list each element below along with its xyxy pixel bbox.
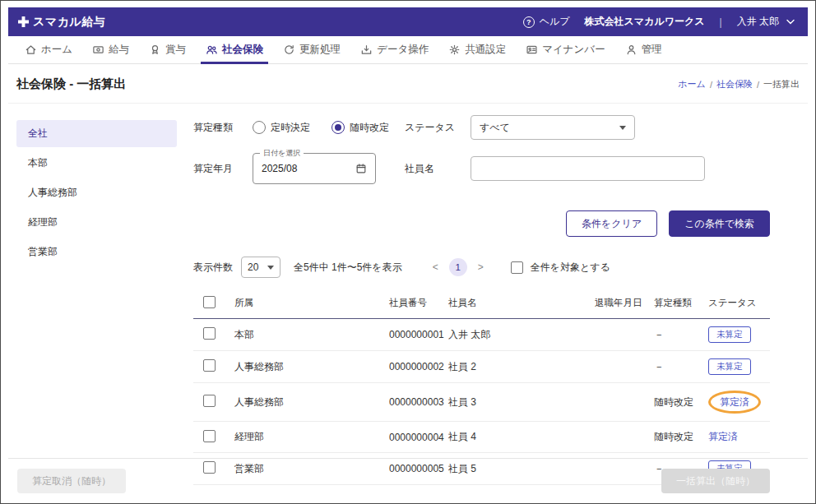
radio-label: 随時改定	[350, 121, 389, 135]
app-logo: スマカル給与	[18, 15, 105, 30]
sidebar-item-headquarters[interactable]: 本部	[16, 150, 177, 177]
row-checkbox[interactable]	[203, 327, 216, 340]
column-header-name: 社員名	[445, 288, 591, 319]
prev-page-button[interactable]: <	[430, 261, 441, 273]
nav-label: マイナンバー	[542, 43, 605, 57]
nav-item-common-settings[interactable]: 共通設定	[438, 36, 516, 63]
status-select[interactable]: すべて	[471, 115, 635, 140]
breadcrumb-social-insurance[interactable]: 社会保険	[716, 78, 753, 90]
highlighted-status-cell: 算定済	[708, 391, 761, 414]
page-title: 社会保険 - 一括算出	[16, 76, 126, 92]
select-all-target-label: 全件を対象とする	[531, 261, 610, 275]
select-all-checkbox[interactable]	[203, 296, 216, 308]
row-checkbox[interactable]	[203, 359, 216, 372]
id-card-icon	[526, 44, 538, 56]
cell-employee-no: 0000000003	[386, 383, 445, 422]
sidebar-item-accounting[interactable]: 経理部	[16, 209, 177, 236]
sidebar-item-hr-general-affairs[interactable]: 人事総務部	[16, 179, 177, 206]
cell-department: 本部	[231, 319, 386, 351]
column-header-department: 所属	[231, 288, 386, 319]
datefield-float-label: 日付を選択	[260, 148, 304, 159]
nav-label: 更新処理	[299, 43, 341, 57]
sidebar-item-all-company[interactable]: 全社	[16, 120, 177, 147]
cell-calc-type: 随時改定	[651, 383, 705, 422]
result-summary: 全5件中 1件〜5件を表示	[294, 261, 402, 275]
calc-type-label: 算定種類	[193, 121, 253, 135]
batch-calculate-button[interactable]: 一括算出（随時）	[661, 469, 770, 493]
help-button[interactable]: ? ヘルプ	[523, 15, 570, 29]
nav-label: ホーム	[41, 43, 72, 57]
calc-month-datefield[interactable]: 日付を選択 2025/08	[253, 153, 376, 184]
calendar-icon[interactable]	[355, 163, 367, 174]
clear-conditions-button[interactable]: 条件をクリア	[566, 210, 657, 237]
radio-checked-icon	[332, 121, 345, 134]
search-button[interactable]: この条件で検索	[669, 210, 770, 237]
nav-item-admin[interactable]: 管理	[615, 36, 672, 63]
list-controls: 表示件数 20 全5件中 1件〜5件を表示 < 1 > 全件を対象とする	[193, 257, 770, 278]
nav-item-update-process[interactable]: 更新処理	[273, 36, 350, 63]
cell-department: 経理部	[231, 422, 386, 453]
breadcrumb-separator: /	[710, 80, 712, 90]
cell-calc-type: －	[651, 319, 705, 351]
department-sidebar: 全社 本部 人事総務部 経理部 営業部	[16, 115, 177, 458]
table-row: 本部 0000000001 入井 太郎 － 未算定	[193, 319, 770, 351]
cell-retirement-date	[591, 422, 651, 453]
status-calculated-link[interactable]: 算定済	[720, 395, 749, 409]
nav-label: 社会保険	[222, 43, 263, 57]
nav-label: 給与	[109, 43, 129, 57]
home-icon	[25, 44, 37, 56]
cancel-calculation-button[interactable]: 算定取消（随時）	[17, 469, 126, 493]
table-row: 人事総務部 0000000003 社員 3 随時改定 算定済	[193, 383, 770, 422]
pagination: < 1 >	[430, 258, 486, 276]
calc-type-radio-group: 定時決定 随時改定	[253, 121, 389, 135]
nav-item-my-number[interactable]: マイナンバー	[516, 36, 614, 63]
nav-item-payroll[interactable]: 給与	[82, 36, 139, 63]
radio-unchecked-icon	[253, 121, 266, 134]
page-size-label: 表示件数	[193, 261, 233, 275]
employee-name-input[interactable]	[471, 156, 705, 181]
nav-label: データ操作	[377, 43, 429, 57]
breadcrumb: ホーム / 社会保険 / 一括算出	[678, 78, 800, 90]
breadcrumb-home[interactable]: ホーム	[678, 78, 706, 90]
cell-calc-type: 随時改定	[651, 422, 705, 453]
status-calculated-link[interactable]: 算定済	[708, 431, 738, 442]
radio-scheduled-decision[interactable]: 定時決定	[253, 121, 310, 135]
nav-item-social-insurance[interactable]: 社会保険	[196, 36, 273, 63]
column-header-employee-no: 社員番号	[386, 288, 445, 319]
nav-item-home[interactable]: ホーム	[15, 36, 82, 63]
next-page-button[interactable]: >	[475, 261, 486, 273]
sidebar-item-sales[interactable]: 営業部	[16, 238, 177, 266]
cell-retirement-date	[591, 383, 651, 422]
help-label: ヘルプ	[540, 15, 570, 29]
data-transfer-icon	[360, 44, 373, 56]
select-all-target-checkbox[interactable]	[511, 261, 523, 274]
status-badge: 未算定	[708, 326, 751, 343]
column-header-status: ステータス	[705, 288, 770, 319]
results-table: 所属 社員番号 社員名 退職年月日 算定種類 ステータス 本部 00000000…	[193, 288, 770, 485]
select-all-target: 全件を対象とする	[511, 261, 610, 275]
cell-department: 人事総務部	[231, 383, 386, 422]
cell-retirement-date	[591, 351, 651, 383]
page-size-select[interactable]: 20	[241, 257, 280, 278]
filter-row-2: 算定年月 日付を選択 2025/08 社員名	[193, 153, 770, 184]
cell-employee-no: 0000000004	[386, 422, 445, 453]
dropdown-caret-icon	[619, 126, 626, 130]
app-window: スマカル給与 ? ヘルプ 株式会社スマカルワークス | 入井 太郎 ホーム 給与	[0, 0, 816, 504]
current-page-button[interactable]: 1	[449, 258, 467, 276]
status-badge: 未算定	[708, 358, 751, 375]
gear-icon	[448, 44, 461, 56]
footer-action-bar: 算定取消（随時） 一括算出（随時）	[8, 458, 808, 497]
cell-employee-no: 0000000002	[386, 351, 445, 383]
user-menu[interactable]: 入井 太郎	[737, 15, 795, 29]
nav-item-data-operations[interactable]: データ操作	[350, 36, 438, 63]
nav-label: 賞与	[165, 43, 186, 57]
page-size-value: 20	[248, 261, 258, 273]
nav-item-bonus[interactable]: 賞与	[139, 36, 196, 63]
radio-occasional-revision[interactable]: 随時改定	[332, 121, 389, 135]
row-checkbox[interactable]	[203, 395, 216, 407]
company-name: 株式会社スマカルワークス	[585, 15, 705, 29]
header-separator: |	[720, 16, 722, 28]
nav-label: 共通設定	[465, 43, 506, 57]
main-nav: ホーム 給与 賞与 社会保険 更新処理 データ操作 共通設定 マイナンバー	[8, 36, 808, 64]
row-checkbox[interactable]	[203, 430, 216, 442]
